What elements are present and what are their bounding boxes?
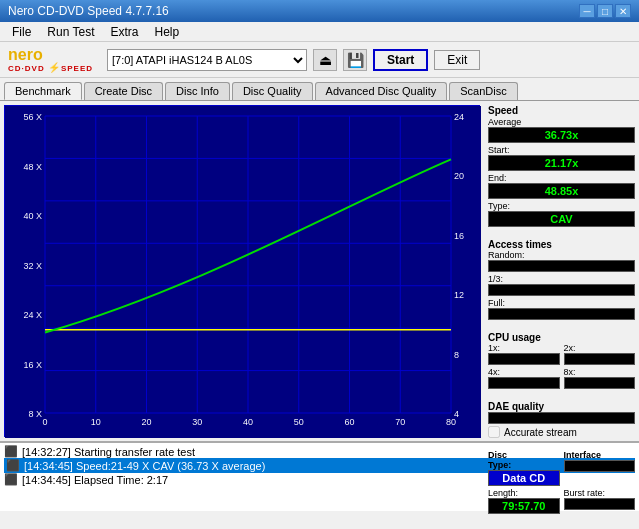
full-label: Full:: [488, 298, 635, 308]
start-button[interactable]: Start: [373, 49, 428, 71]
disc-section: DiscType: Data CD Interface Length: 79:5…: [488, 450, 635, 514]
interface-value: [564, 460, 636, 472]
average-value: 36.73x: [488, 127, 635, 143]
log-text-3: [14:34:45] Elapsed Time: 2:17: [22, 474, 168, 486]
start-value: 21.17x: [488, 155, 635, 171]
tab-create-disc[interactable]: Create Disc: [84, 82, 163, 100]
length-label: Length:: [488, 488, 560, 498]
accurate-stream-label: Accurate stream: [504, 427, 577, 438]
toolbar: nero CD·DVD ⚡SPEED [7:0] ATAPI iHAS124 B…: [0, 42, 639, 78]
end-label: End:: [488, 173, 635, 183]
random-label: Random:: [488, 250, 635, 260]
title-buttons: ─ □ ✕: [579, 4, 631, 18]
menu-bar: File Run Test Extra Help: [0, 22, 639, 42]
full-value: [488, 308, 635, 320]
speed-label: Speed: [488, 105, 635, 116]
tab-advanced-disc-quality[interactable]: Advanced Disc Quality: [315, 82, 448, 100]
disc-type-label: DiscType:: [488, 450, 560, 470]
tabs: Benchmark Create Disc Disc Info Disc Qua…: [0, 78, 639, 101]
logo-area: nero CD·DVD ⚡SPEED: [8, 47, 93, 73]
random-value: [488, 260, 635, 272]
cpu-4x-label: 4x:: [488, 367, 560, 377]
cpu-8x-value: [564, 377, 636, 389]
maximize-button[interactable]: □: [597, 4, 613, 18]
access-times-label: Access times: [488, 239, 635, 250]
dae-value: [488, 412, 635, 424]
log-icon-2: ⬛: [6, 459, 20, 472]
menu-help[interactable]: Help: [147, 23, 188, 41]
cpu-2x-label: 2x:: [564, 343, 636, 353]
length-value: 79:57.70: [488, 498, 560, 514]
dae-section: DAE quality Accurate stream: [488, 401, 635, 438]
disc-type-value: Data CD: [488, 470, 560, 486]
title-bar: Nero CD-DVD Speed 4.7.7.16 ─ □ ✕: [0, 0, 639, 22]
interface-label: Interface: [564, 450, 636, 460]
save-icon-button[interactable]: 💾: [343, 49, 367, 71]
cpu-4x-value: [488, 377, 560, 389]
chart-container: [4, 105, 480, 437]
cpu-2x-value: [564, 353, 636, 365]
log-icon-1: ⬛: [4, 445, 18, 458]
right-panel: Speed Average 36.73x Start: 21.17x End: …: [484, 101, 639, 441]
start-label: Start:: [488, 145, 635, 155]
menu-file[interactable]: File: [4, 23, 39, 41]
tab-disc-info[interactable]: Disc Info: [165, 82, 230, 100]
speed-section: Speed Average 36.73x Start: 21.17x End: …: [488, 105, 635, 227]
menu-extra[interactable]: Extra: [102, 23, 146, 41]
dae-label: DAE quality: [488, 401, 635, 412]
title-text: Nero CD-DVD Speed 4.7.7.16: [8, 4, 169, 18]
menu-run-test[interactable]: Run Test: [39, 23, 102, 41]
log-text-1: [14:32:27] Starting transfer rate test: [22, 446, 195, 458]
average-label: Average: [488, 117, 635, 127]
accurate-stream-checkbox[interactable]: [488, 426, 500, 438]
tab-benchmark[interactable]: Benchmark: [4, 82, 82, 100]
tab-disc-quality[interactable]: Disc Quality: [232, 82, 313, 100]
close-button[interactable]: ✕: [615, 4, 631, 18]
cpu-8x-label: 8x:: [564, 367, 636, 377]
burst-label: Burst rate:: [564, 488, 636, 498]
cpu-1x-value: [488, 353, 560, 365]
drive-select[interactable]: [7:0] ATAPI iHAS124 B AL0S: [107, 49, 307, 71]
cpu-section: CPU usage 1x: 2x: 4x: 8x:: [488, 332, 635, 389]
type-label: Type:: [488, 201, 635, 211]
burst-value: [564, 498, 636, 510]
type-value: CAV: [488, 211, 635, 227]
accurate-stream-row: Accurate stream: [488, 426, 635, 438]
main-content: Speed Average 36.73x Start: 21.17x End: …: [0, 101, 639, 441]
exit-button[interactable]: Exit: [434, 50, 480, 70]
minimize-button[interactable]: ─: [579, 4, 595, 18]
cpu-label: CPU usage: [488, 332, 635, 343]
end-value: 48.85x: [488, 183, 635, 199]
speed-chart: [5, 106, 481, 438]
access-times-section: Access times Random: 1/3: Full:: [488, 239, 635, 320]
log-icon-3: ⬛: [4, 473, 18, 486]
cpu-1x-label: 1x:: [488, 343, 560, 353]
log-text-2: [14:34:45] Speed:21-49 X CAV (36.73 X av…: [24, 460, 265, 472]
one-third-value: [488, 284, 635, 296]
one-third-label: 1/3:: [488, 274, 635, 284]
tab-scan-disc[interactable]: ScanDisc: [449, 82, 517, 100]
eject-icon-button[interactable]: ⏏: [313, 49, 337, 71]
